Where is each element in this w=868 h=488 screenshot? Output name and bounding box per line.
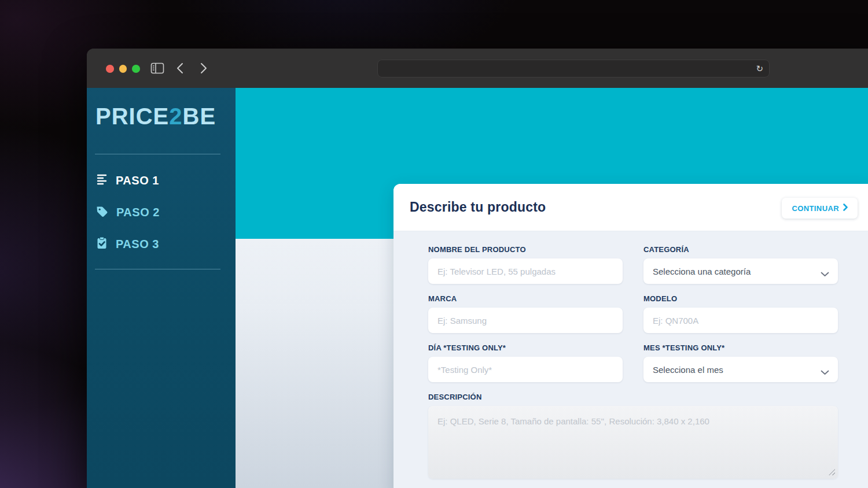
tag-icon [95,205,109,220]
browser-titlebar: ↻ [87,49,868,88]
field-mes-testing: MES *TESTING ONLY* Selecciona el mes [643,343,838,382]
field-categoria: CATEGORÍA Selecciona una categoría [643,245,838,284]
field-label: DÍA *TESTING ONLY* [428,343,623,352]
reload-icon[interactable]: ↻ [756,64,763,73]
sidebar-item-label: PASO 1 [116,174,159,187]
card-header: Describe tu producto CONTINUAR [393,184,868,231]
sidebar-item-paso-1[interactable]: PASO 1 [95,169,230,192]
sidebar-item-label: PASO 3 [116,238,159,251]
sidebar-toggle-icon[interactable] [150,62,164,76]
field-label: MES *TESTING ONLY* [643,343,838,352]
field-label: DESCRIPCIÓN [428,393,838,401]
product-form: NOMBRE DEL PRODUCTO CATEGORÍA Selecciona… [428,245,841,488]
browser-window: ↻ PRICE2BE PA [87,49,868,488]
select-value: Selecciona el mes [653,365,723,375]
app-sidebar: PRICE2BE PASO 1 [87,88,236,488]
logo-text-pre: PRICE [95,103,169,129]
sidebar-divider-bottom [95,269,220,269]
main-area: Describe tu producto CONTINUAR NOMB [236,88,868,488]
sidebar-item-paso-2[interactable]: PASO 2 [95,201,230,224]
day-input[interactable] [428,357,623,382]
select-value: Selecciona una categoría [653,267,751,276]
minimize-window-button[interactable] [119,65,127,73]
list-lines-icon [95,173,108,188]
chevron-down-icon [821,269,829,279]
field-marca: MARCA [428,294,623,333]
back-button[interactable] [176,62,183,76]
field-label: MARCA [428,294,623,303]
price2be-logo: PRICE2BE [95,103,216,130]
sidebar-divider-top [95,154,220,154]
field-label: MODELO [643,294,838,303]
logo-text-mid: 2 [169,103,182,129]
card-body: NOMBRE DEL PRODUCTO CATEGORÍA Selecciona… [393,231,868,488]
address-bar[interactable]: ↻ [377,60,770,77]
field-label: CATEGORÍA [643,245,838,254]
field-label: NOMBRE DEL PRODUCTO [428,245,623,254]
zoom-window-button[interactable] [132,65,140,73]
chevron-down-icon [821,367,829,378]
month-select[interactable]: Selecciona el mes [643,357,838,382]
continue-button-label: CONTINUAR [792,204,839,213]
brand-input[interactable] [428,308,623,333]
chevron-right-icon [843,204,848,213]
continue-button[interactable]: CONTINUAR [782,198,858,219]
window-controls [106,65,140,73]
forward-button[interactable] [200,62,207,76]
logo-text-post: BE [183,103,216,129]
close-window-button[interactable] [106,65,114,73]
sidebar-item-label: PASO 2 [116,206,160,219]
product-name-input[interactable] [428,258,623,284]
field-modelo: MODELO [643,294,838,333]
description-textarea[interactable] [428,406,838,479]
category-select[interactable]: Selecciona una categoría [643,258,838,284]
clipboard-check-icon [95,236,108,252]
field-dia-testing: DÍA *TESTING ONLY* [428,343,623,382]
page-title: Describe tu producto [410,199,546,215]
steps-nav: PASO 1 PASO 2 [95,169,230,264]
model-input[interactable] [643,308,838,333]
field-nombre-del-producto: NOMBRE DEL PRODUCTO [428,245,623,284]
sidebar-item-paso-3[interactable]: PASO 3 [95,232,230,256]
product-form-card: Describe tu producto CONTINUAR NOMB [393,184,868,488]
field-descripcion: DESCRIPCIÓN [428,393,838,479]
